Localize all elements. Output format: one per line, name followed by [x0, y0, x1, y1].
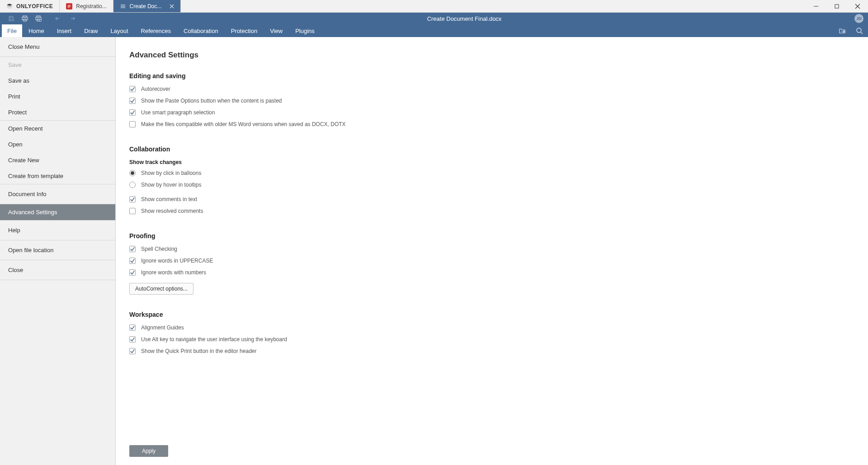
checkbox-spell[interactable] — [129, 246, 136, 252]
menu-insert[interactable]: Insert — [51, 24, 78, 37]
window-titlebar: ONLYOFFICE Registratio... Create Doc... — [0, 0, 868, 13]
onlyoffice-logo-icon — [6, 3, 13, 9]
menu-collaboration[interactable]: Collaboration — [177, 24, 225, 37]
sidebar-advanced-settings[interactable]: Advanced Settings — [0, 204, 115, 220]
menu-file[interactable]: File — [2, 24, 22, 37]
window-minimize-button[interactable] — [806, 0, 826, 12]
sidebar-help[interactable]: Help — [0, 221, 115, 240]
settings-panel: Advanced Settings Editing and saving Aut… — [116, 37, 868, 465]
sidebar-document-info[interactable]: Document Info — [0, 184, 115, 204]
print-quick-button[interactable] — [18, 13, 32, 24]
sidebar-print[interactable]: Print — [0, 89, 115, 104]
checkbox-uppercase[interactable] — [129, 258, 136, 264]
menu-layout[interactable]: Layout — [104, 24, 135, 37]
checkbox-guides[interactable] — [129, 324, 136, 331]
app-brand-tab[interactable]: ONLYOFFICE — [0, 0, 60, 12]
quick-print-quick-button[interactable] — [32, 13, 45, 24]
window-maximize-button[interactable] — [826, 0, 847, 12]
checkbox-paste-options[interactable] — [129, 98, 136, 104]
sidebar-save-as[interactable]: Save as — [0, 73, 115, 89]
menu-draw[interactable]: Draw — [78, 24, 104, 37]
search-icon[interactable] — [851, 24, 868, 37]
menu-plugins[interactable]: Plugins — [289, 24, 321, 37]
document-icon — [66, 3, 72, 9]
label-uppercase[interactable]: Ignore words in UPPERCASE — [141, 258, 213, 264]
subsection-track-changes: Show track changes — [129, 159, 854, 165]
label-show-comments[interactable]: Show comments in text — [141, 196, 197, 202]
autocorrect-options-button[interactable]: AutoCorrect options... — [129, 283, 193, 295]
section-collab-title: Collaboration — [129, 146, 854, 153]
label-spell[interactable]: Spell Checking — [141, 246, 177, 252]
page-title: Advanced Settings — [129, 51, 854, 60]
label-show-resolved[interactable]: Show resolved comments — [141, 208, 203, 214]
checkbox-altkey[interactable] — [129, 336, 136, 343]
svg-point-19 — [857, 28, 861, 33]
sidebar-protect[interactable]: Protect — [0, 104, 115, 120]
sidebar-open[interactable]: Open — [0, 136, 115, 152]
checkbox-quickprint[interactable] — [129, 348, 136, 354]
quick-access-toolbar: Create Document Final.docx JD — [0, 13, 868, 24]
section-workspace-title: Workspace — [129, 311, 854, 318]
svg-line-20 — [861, 32, 863, 34]
main-menubar: File Home Insert Draw Layout References … — [0, 24, 868, 37]
radio-balloons[interactable] — [129, 170, 136, 176]
menu-view[interactable]: View — [264, 24, 289, 37]
sidebar-save: Save — [0, 57, 115, 73]
sidebar-create-template[interactable]: Create from template — [0, 168, 115, 184]
label-quickprint[interactable]: Show the Quick Print button in the edito… — [141, 348, 257, 354]
menu-icon — [120, 3, 126, 9]
sidebar-close-menu[interactable]: Close Menu — [0, 37, 115, 56]
window-close-button[interactable] — [847, 0, 868, 12]
sidebar-close[interactable]: Close — [0, 260, 115, 280]
redo-quick-button[interactable] — [65, 13, 79, 24]
svg-rect-13 — [22, 17, 28, 20]
label-numbers[interactable]: Ignore words with numbers — [141, 269, 206, 276]
sidebar-open-file-location[interactable]: Open file location — [0, 240, 115, 260]
checkbox-show-comments[interactable] — [129, 196, 136, 202]
document-tab-label: Create Doc... — [130, 3, 162, 9]
document-tab-1[interactable]: Create Doc... — [113, 0, 181, 12]
document-tab-label: Registratio... — [76, 3, 106, 9]
sidebar-create-new[interactable]: Create New — [0, 152, 115, 168]
document-tab-0[interactable]: Registratio... — [60, 0, 113, 12]
checkbox-autorecover[interactable] — [129, 86, 136, 92]
label-compat[interactable]: Make the files compatible with older MS … — [141, 121, 346, 127]
label-autorecover[interactable]: Autorecover — [141, 86, 170, 92]
checkbox-compat[interactable] — [129, 121, 136, 127]
label-radio-balloons[interactable]: Show by click in balloons — [141, 170, 201, 176]
save-quick-button[interactable] — [5, 13, 18, 24]
svg-point-18 — [39, 19, 42, 22]
menu-references[interactable]: References — [135, 24, 177, 37]
apply-button[interactable]: Apply — [129, 445, 168, 457]
document-title: Create Document Final.docx — [79, 15, 850, 22]
radio-tooltips[interactable] — [129, 182, 136, 188]
file-sidebar: Close Menu Save Save as Print Protect Op… — [0, 37, 116, 465]
section-proofing-title: Proofing — [129, 232, 854, 240]
checkbox-smart-paragraph[interactable] — [129, 109, 136, 116]
app-brand-label: ONLYOFFICE — [16, 3, 53, 9]
checkbox-show-resolved[interactable] — [129, 208, 136, 214]
sidebar-open-recent[interactable]: Open Recent — [0, 121, 115, 136]
label-guides[interactable]: Alignment Guides — [141, 324, 184, 331]
svg-rect-9 — [835, 5, 839, 8]
user-avatar[interactable]: JD — [854, 14, 863, 23]
undo-quick-button[interactable] — [52, 13, 65, 24]
menu-protection[interactable]: Protection — [225, 24, 264, 37]
section-editing-title: Editing and saving — [129, 72, 854, 80]
open-file-location-icon[interactable] — [834, 24, 851, 37]
label-smart-paragraph[interactable]: Use smart paragraph selection — [141, 109, 215, 116]
label-altkey[interactable]: Use Alt key to navigate the user interfa… — [141, 336, 287, 343]
window-controls — [806, 0, 868, 12]
checkbox-numbers[interactable] — [129, 269, 136, 276]
label-paste-options[interactable]: Show the Paste Options button when the c… — [141, 98, 282, 104]
close-tab-icon[interactable] — [170, 4, 174, 9]
label-radio-tooltips[interactable]: Show by hover in tooltips — [141, 182, 201, 188]
menu-home[interactable]: Home — [22, 24, 51, 37]
